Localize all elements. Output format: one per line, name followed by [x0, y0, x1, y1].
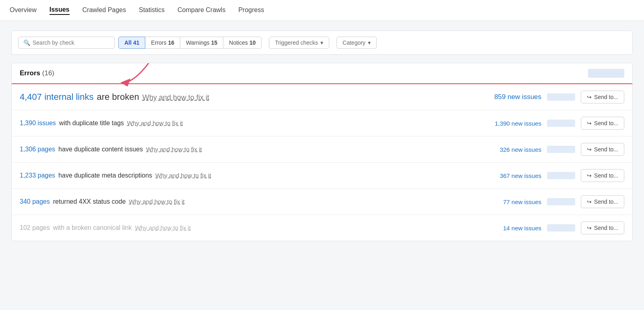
issue-bar: [547, 120, 575, 127]
issue-row: 102 pages with a broken canonical link W…: [12, 215, 632, 241]
send-icon: ↪: [587, 94, 592, 100]
new-issues-count: 1,390 new issues: [495, 120, 541, 127]
issue-bar: [547, 224, 575, 231]
issue-text: with a broken canonical link: [53, 224, 132, 231]
issue-right: 14 new issues ↪ Send to...: [503, 221, 624, 234]
send-icon: ↪: [587, 120, 592, 126]
issue-text: have duplicate meta descriptions: [58, 172, 152, 179]
issue-link[interactable]: 1,233 pages: [20, 172, 55, 179]
fix-link[interactable]: Why and how to fix it: [146, 146, 202, 153]
send-icon: ↪: [587, 198, 592, 205]
send-to-button[interactable]: ↪ Send to...: [581, 143, 624, 156]
issue-text: with duplicate title tags: [59, 120, 124, 127]
issue-right: 77 new issues ↪ Send to...: [503, 195, 624, 208]
send-label: Send to...: [594, 120, 618, 126]
issue-main: 102 pages with a broken canonical link W…: [20, 224, 498, 231]
nav-progress[interactable]: Progress: [238, 6, 264, 14]
issue-right: 1,390 new issues ↪ Send to...: [495, 117, 624, 130]
issues-list: 4,407 internal links are broken Why and …: [12, 84, 632, 241]
send-to-button[interactable]: ↪ Send to...: [581, 117, 624, 130]
send-to-button[interactable]: ↪ Send to...: [581, 195, 624, 208]
new-issues-count: 367 new issues: [500, 172, 541, 179]
chevron-down-icon: ▾: [320, 39, 323, 46]
issue-row: 1,390 issues with duplicate title tags W…: [12, 110, 632, 136]
nav-issues[interactable]: Issues: [50, 6, 70, 15]
issue-main: 1,233 pages have duplicate meta descript…: [20, 172, 495, 179]
nav-overview[interactable]: Overview: [10, 6, 37, 14]
issue-right: 859 new issues ↪ Send to...: [494, 91, 624, 103]
issue-bar: [547, 146, 575, 153]
fix-link[interactable]: Why and how to fix it: [129, 198, 184, 205]
issue-link[interactable]: 4,407 internal links: [20, 92, 93, 102]
issue-row: 1,306 pages have duplicate content issue…: [12, 136, 632, 163]
issue-main: 4,407 internal links are broken Why and …: [20, 92, 489, 102]
new-issues-count: 859 new issues: [494, 93, 541, 101]
send-to-button[interactable]: ↪ Send to...: [581, 221, 624, 234]
issue-link[interactable]: 340 pages: [20, 198, 50, 205]
section-bar: [588, 69, 624, 78]
nav-statistics[interactable]: Statistics: [139, 6, 165, 14]
nav-compare-crawls[interactable]: Compare Crawls: [178, 6, 225, 14]
new-issues-count: 77 new issues: [503, 198, 541, 205]
issues-section: Errors (16) 4,407 internal links are bro…: [11, 63, 633, 241]
send-label: Send to...: [594, 225, 618, 231]
issue-text: returned 4XX status code: [53, 198, 126, 205]
issue-right: 326 new issues ↪ Send to...: [500, 143, 624, 156]
send-icon: ↪: [587, 146, 592, 153]
filter-tab-warnings[interactable]: Warnings 15: [180, 37, 223, 49]
issue-text: have duplicate content issues: [58, 146, 143, 153]
filter-tab-notices[interactable]: Notices 10: [223, 37, 262, 49]
issue-main: 1,306 pages have duplicate content issue…: [20, 146, 495, 153]
triggered-checks-dropdown[interactable]: Triggered checks ▾: [269, 37, 329, 49]
issue-link[interactable]: 1,306 pages: [20, 146, 55, 153]
main-content: 🔍 All 41 Errors 16 Warnings 15 Notices 1…: [0, 21, 644, 310]
issue-right: 367 new issues ↪ Send to...: [500, 169, 624, 182]
issue-link[interactable]: 1,390 issues: [20, 120, 56, 127]
category-dropdown[interactable]: Category ▾: [336, 37, 377, 49]
chevron-down-icon: ▾: [368, 39, 371, 46]
filter-tab-all[interactable]: All 41: [118, 37, 145, 49]
issue-main: 340 pages returned 4XX status code Why a…: [20, 198, 498, 205]
send-label: Send to...: [594, 146, 618, 153]
nav-crawled-pages[interactable]: Crawled Pages: [83, 6, 126, 14]
filter-bar: 🔍 All 41 Errors 16 Warnings 15 Notices 1…: [11, 31, 633, 55]
issue-link[interactable]: 102 pages: [20, 224, 50, 231]
issue-row: 4,407 internal links are broken Why and …: [12, 84, 632, 110]
issue-bar: [547, 93, 575, 101]
top-navigation: Overview Issues Crawled Pages Statistics…: [0, 0, 644, 21]
issue-bar: [547, 172, 575, 179]
new-issues-count: 14 new issues: [503, 225, 541, 231]
issue-text: are broken: [97, 92, 139, 102]
send-to-button[interactable]: ↪ Send to...: [581, 169, 624, 182]
send-label: Send to...: [594, 172, 618, 179]
issue-row: 1,233 pages have duplicate meta descript…: [12, 163, 632, 189]
send-icon: ↪: [587, 172, 592, 179]
errors-section-header: Errors (16): [12, 63, 632, 84]
filter-tab-errors[interactable]: Errors 16: [145, 37, 180, 49]
send-label: Send to...: [594, 198, 618, 205]
issue-row: 340 pages returned 4XX status code Why a…: [12, 189, 632, 215]
fix-link[interactable]: Why and how to fix it: [142, 93, 209, 102]
search-box[interactable]: 🔍: [18, 37, 115, 49]
send-label: Send to...: [594, 94, 618, 100]
search-input[interactable]: [33, 39, 109, 46]
search-icon: 🔍: [23, 39, 30, 46]
send-to-button[interactable]: ↪ Send to...: [581, 91, 624, 103]
errors-title: Errors (16): [20, 69, 54, 77]
filter-tabs: All 41 Errors 16 Warnings 15 Notices 10: [119, 37, 262, 49]
fix-link[interactable]: Why and how to fix it: [135, 224, 190, 231]
issue-bar: [547, 198, 575, 205]
new-issues-count: 326 new issues: [500, 146, 541, 153]
issue-main: 1,390 issues with duplicate title tags W…: [20, 120, 490, 127]
fix-link[interactable]: Why and how to fix it: [155, 172, 211, 179]
fix-link[interactable]: Why and how to fix it: [127, 120, 183, 126]
send-icon: ↪: [587, 225, 592, 231]
